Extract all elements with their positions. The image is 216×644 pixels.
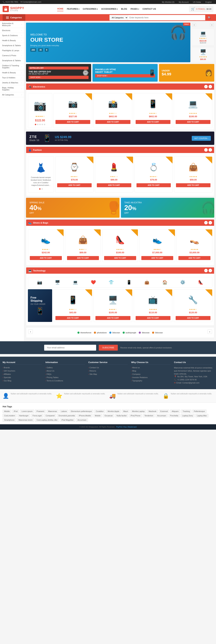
sidebar-item-health[interactable]: Health & Beauty › xyxy=(0,38,24,43)
product-card[interactable]: 👠 ★★★★☆ $100.00 ADD TO CART xyxy=(102,229,138,262)
sidebar-item-automotive[interactable]: Automotive & Motocycle › xyxy=(0,21,24,28)
tag-mobile-2[interactable]: Mobile xyxy=(93,414,102,417)
add-to-cart-button[interactable]: ADD TO CART xyxy=(176,183,210,187)
sidebar-item-toys[interactable]: Toys & Hobbies › xyxy=(0,75,24,80)
add-to-cart-button[interactable]: ADD TO CART xyxy=(136,316,170,320)
sidebar-item-smartphone[interactable]: Smartphone & Tablets › xyxy=(0,43,24,48)
product-card[interactable]: 👟 ★★★★☆ $7,000.00 ADD TO CART xyxy=(139,229,175,262)
tag-praesent[interactable]: Praesent xyxy=(35,410,46,413)
tag-macbook[interactable]: Macbook xyxy=(147,410,158,413)
hero-next-button[interactable]: › xyxy=(210,23,214,26)
product-card[interactable]: 👜 ★★★★★ $59.00 ADD TO CART xyxy=(174,156,212,192)
footer-link-contact[interactable]: Contact Us xyxy=(88,366,99,368)
partner-3docean-1[interactable]: 3docean xyxy=(109,332,120,334)
next-button[interactable]: › xyxy=(208,269,212,272)
nav-pages[interactable]: PAGES xyxy=(131,7,139,11)
tab-laptops[interactable]: 💻 xyxy=(73,280,78,285)
dot-2[interactable] xyxy=(37,124,38,125)
promo-btn[interactable]: SHOP NOW › xyxy=(95,74,155,78)
newsletter-email-input[interactable] xyxy=(44,345,96,350)
tag-tracking[interactable]: Tracking xyxy=(181,410,191,413)
tag-euismod[interactable]: Euismod xyxy=(159,410,169,413)
product-card[interactable]: 📺 ★★★★★ $110.00 ADD TO CART xyxy=(134,289,172,322)
footer-link-investor[interactable]: Investor Relations xyxy=(131,376,148,378)
add-to-cart-button[interactable]: ADD TO CART xyxy=(97,183,131,187)
language-selector[interactable]: English xyxy=(205,1,212,3)
footer-link-gallery[interactable]: Gallery xyxy=(45,366,53,368)
promo-btn[interactable]: SHOP NOW › xyxy=(29,76,88,79)
add-to-cart-button[interactable]: ADD TO CART xyxy=(137,183,171,187)
add-to-cart-button[interactable]: ADD TO CART xyxy=(95,120,130,124)
tag-hamburger[interactable]: Hamburger xyxy=(18,414,30,417)
add-to-cart-button[interactable]: ADD TO CART xyxy=(30,256,62,260)
tag-laptop-mac[interactable]: Laptop,Mac xyxy=(195,414,208,417)
sidebar-item-camera[interactable]: Camera & Photo › xyxy=(0,53,24,58)
tab-home[interactable]: 🏠 xyxy=(162,280,167,285)
product-card[interactable]: 📱 ★★★★☆ $602.00 ADD TO CART xyxy=(134,93,172,128)
add-to-cart-button[interactable]: ADD TO CART xyxy=(176,316,210,320)
search-input[interactable] xyxy=(128,15,205,20)
footer-link-pricing[interactable]: Pricing Tables xyxy=(45,376,58,378)
tag-smartphone[interactable]: Smartphone xyxy=(3,418,16,422)
tag-compared[interactable]: Compared xyxy=(44,414,56,417)
tag-ipad[interactable]: iPad Magellan xyxy=(60,418,75,422)
tab-settings[interactable]: ⚙️ xyxy=(180,280,185,285)
footer-link-sitemap[interactable]: Site Map xyxy=(88,373,97,375)
footer-link-about-us[interactable]: About us xyxy=(131,366,140,368)
tag-porchetta[interactable]: Porchetta xyxy=(169,414,180,417)
partner-themeforest[interactable]: themeforest xyxy=(77,332,91,334)
sidebar-item-sports[interactable]: Sports & Outdoors › xyxy=(0,33,24,38)
dot-active[interactable] xyxy=(39,188,41,190)
sidebar-item-health2[interactable]: Health & Beauty › xyxy=(0,70,24,75)
cart-area[interactable]: 🛒 0 ITEM(S) - $0.00 xyxy=(189,6,213,12)
partner-audiojungle[interactable]: audiojungle xyxy=(123,332,136,334)
tab-clothing[interactable]: 👕 xyxy=(109,280,114,285)
search-button[interactable]: 🔍 xyxy=(205,15,213,20)
footer-link-blog[interactable]: Blog xyxy=(131,370,136,372)
promo-banner-tablet[interactable]: PHASELLUS VITAE SMART TABLET SHOP NOW › … xyxy=(92,64,158,82)
footer-link-about[interactable]: About Us xyxy=(45,370,54,372)
dot-5[interactable] xyxy=(44,124,45,125)
nav-accessories[interactable]: ACCESSORIES xyxy=(101,7,118,11)
tag-force[interactable]: Force,eget xyxy=(31,414,43,417)
add-to-cart-button[interactable]: ADD TO CART xyxy=(104,256,136,260)
product-card[interactable]: 💍 ★★★★☆ $79.00 ADD TO CART xyxy=(135,156,173,192)
tag-monitor-apple[interactable]: Monitor,Apple xyxy=(106,410,121,413)
add-to-cart-button[interactable]: ADD TO CART xyxy=(141,256,173,260)
sidebar-item-electronic[interactable]: Electronic › xyxy=(0,28,24,33)
categories-button[interactable]: Categories xyxy=(3,14,25,21)
promo-banner-offer[interactable]: EXTRA 25% OFF THE BIG OFFER DAY ON SELEC… xyxy=(26,64,91,82)
tab-health[interactable]: ❤️ xyxy=(91,280,96,285)
product-card[interactable]: 👜 ★★★☆☆ $69.00 ADD TO CART xyxy=(65,229,101,262)
tag-pellentesque[interactable]: Pellentesque xyxy=(192,410,206,413)
product-card[interactable]: 🖥️ ★★★★☆ $105.00 ADD TO CART xyxy=(93,289,132,322)
add-to-cart-button[interactable]: ADD TO CART xyxy=(57,183,92,187)
footer-link-company[interactable]: Company xyxy=(131,373,141,375)
sidebar-item-flashlights[interactable]: Flashlights & Lamps › xyxy=(0,48,24,53)
footer-link-returns[interactable]: Returns xyxy=(88,370,96,372)
currency-selector[interactable]: US Dollar xyxy=(193,1,201,3)
prev-button[interactable]: ‹ xyxy=(204,85,208,88)
partners-next-button[interactable]: › xyxy=(207,330,212,334)
tag-labore[interactable]: Labore xyxy=(59,410,68,413)
tag-lorem[interactable]: Lorem ipsum xyxy=(20,410,34,413)
hero-prev-button[interactable]: ‹ xyxy=(192,23,196,26)
product-card[interactable]: 🔧 ★★★★☆ $120.00 ADD TO CART xyxy=(174,289,212,322)
partner-3docean-3[interactable]: 3docean xyxy=(152,332,163,334)
prev-button[interactable]: ‹ xyxy=(204,221,208,224)
tag-mauri[interactable]: Mauri xyxy=(122,410,130,413)
product-card[interactable]: ⌚ ★★★★☆ $78.00 ADD TO CART xyxy=(55,156,93,192)
tag-mobile[interactable]: Mobile xyxy=(3,410,11,413)
product-card[interactable]: 📱 ★★★☆☆ $43.00 ADD TO CART xyxy=(54,289,92,322)
tag-monitor-laptop[interactable]: Monitor,Laptop xyxy=(131,410,146,413)
footer-link-blog[interactable]: Our Blog xyxy=(3,380,11,382)
copyright-link[interactable]: PayPal | Visa | Mastercard xyxy=(116,426,137,428)
next-button[interactable]: › xyxy=(208,148,212,152)
footer-link-brands[interactable]: Brands xyxy=(3,366,10,368)
dot-4[interactable] xyxy=(42,124,43,125)
dot-1[interactable] xyxy=(41,188,43,190)
next-button[interactable]: › xyxy=(208,85,212,88)
nav-home[interactable]: HOME xyxy=(57,7,63,11)
product-card[interactable]: 💻 ★★★★★ $100.00 ADD TO CART xyxy=(174,93,212,128)
nav-contact[interactable]: CONTACT US xyxy=(143,7,156,11)
